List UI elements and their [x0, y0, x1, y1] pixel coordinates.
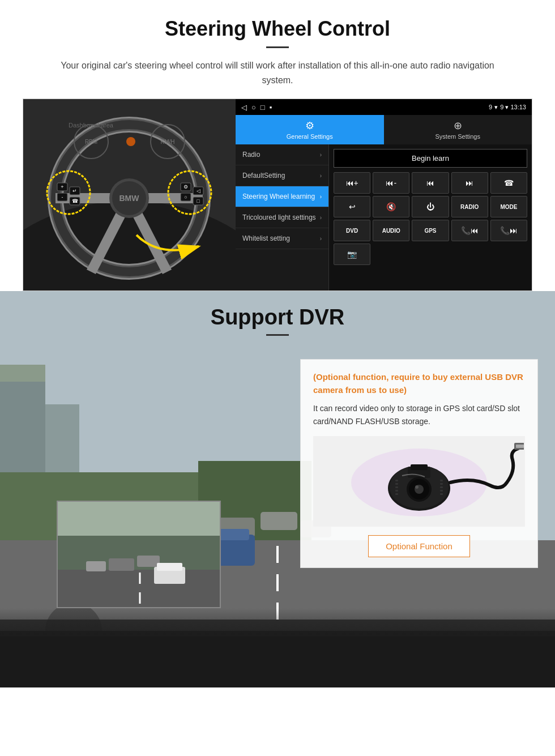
menu-item-default[interactable]: DefaultSetting ›	[236, 165, 328, 186]
svg-text:RPM: RPM	[85, 139, 97, 145]
phone-button[interactable]: ☎	[490, 172, 527, 194]
menu-tricolour-label: Tricoloured light settings	[242, 213, 316, 221]
svg-rect-76	[395, 490, 398, 492]
statusbar-system-icons: 9 ▾ 9 ▾ 13:13	[489, 104, 526, 111]
svg-text:KM/H: KM/H	[161, 139, 175, 145]
dvr-camera-image	[313, 436, 525, 527]
svg-rect-80	[440, 486, 443, 488]
dvr-card-title: (Optional function, require to buy exter…	[313, 371, 525, 396]
menu-item-radio[interactable]: Radio ›	[236, 144, 328, 165]
title-divider	[266, 46, 289, 48]
chevron-icon: ›	[320, 215, 322, 221]
camera-button[interactable]: 📷	[334, 244, 370, 265]
svg-text:○: ○	[184, 194, 187, 200]
svg-rect-61	[86, 561, 106, 571]
menu-default-label: DefaultSetting	[242, 172, 285, 180]
dvr-divider	[266, 334, 289, 336]
svg-rect-75	[395, 486, 398, 488]
settings-menu: Radio › DefaultSetting › Steering Wheel …	[236, 144, 329, 291]
location-icon: 9	[489, 104, 492, 110]
svg-rect-73	[395, 480, 398, 481]
dvr-preview-inner	[58, 502, 220, 607]
dvd-button[interactable]: DVD	[334, 220, 370, 241]
menu-item-steering[interactable]: Steering Wheel learning ›	[236, 186, 328, 207]
steering-wheel-area: BMW + - ↵ ☎ ⚙	[23, 99, 236, 291]
begin-learn-button[interactable]: Begin learn	[334, 149, 527, 168]
dvr-background: Support DVR	[0, 291, 555, 687]
steering-section: Steering Wheel Control Your original car…	[0, 0, 555, 291]
svg-text:⚙: ⚙	[183, 184, 188, 190]
tab-general-settings[interactable]: ⚙ General Settings	[236, 115, 384, 144]
control-grid-row2: ↩ 🔇 ⏻ RADIO MODE	[334, 196, 527, 217]
android-mockup: BMW + - ↵ ☎ ⚙	[23, 99, 532, 291]
menu-steering-label: Steering Wheel learning	[242, 193, 315, 200]
dvr-section: Support DVR	[0, 291, 555, 687]
svg-rect-68	[411, 464, 428, 470]
android-settings-ui: ◁ ○ □ ▪ 9 ▾ 9 ▾ 13:13 ⚙ General Settings	[236, 99, 532, 291]
home-icon[interactable]: ○	[251, 103, 256, 112]
menu-item-tricolour[interactable]: Tricoloured light settings ›	[236, 207, 328, 228]
svg-rect-46	[261, 512, 297, 530]
dvr-title: Support DVR	[0, 305, 555, 330]
phone-next-button[interactable]: 📞⏭	[490, 220, 527, 241]
next-button[interactable]: ⏭	[451, 172, 488, 194]
svg-rect-79	[440, 483, 443, 485]
steering-wheel-image: BMW + - ↵ ☎ ⚙	[23, 99, 236, 291]
back-icon[interactable]: ◁	[241, 103, 247, 112]
menu-item-whitelist[interactable]: Whitelist setting ›	[236, 228, 328, 249]
vol-up-button[interactable]: ⏮+	[334, 172, 370, 194]
dvr-dashboard-area	[0, 608, 555, 687]
menu-icon[interactable]: ▪	[270, 103, 272, 112]
svg-rect-63	[157, 563, 182, 571]
begin-learn-row: Begin learn	[334, 149, 527, 168]
settings-content: Radio › DefaultSetting › Steering Wheel …	[236, 144, 532, 291]
menu-radio-label: Radio	[242, 151, 260, 159]
svg-rect-78	[440, 480, 443, 481]
svg-rect-60	[137, 556, 160, 567]
page-subtitle: Your original car's steering wheel contr…	[45, 58, 510, 87]
tab-general-label: General Settings	[287, 133, 333, 140]
optional-function-button[interactable]: Optional Function	[368, 535, 470, 557]
android-statusbar: ◁ ○ □ ▪ 9 ▾ 9 ▾ 13:13	[236, 99, 532, 115]
statusbar-nav-icons: ◁ ○ □ ▪	[241, 103, 272, 112]
svg-rect-82	[440, 493, 443, 495]
hangup-button[interactable]: ↩	[334, 196, 370, 217]
svg-rect-74	[395, 483, 398, 485]
svg-text:-: -	[62, 194, 63, 200]
svg-rect-59	[109, 558, 134, 571]
svg-point-36	[126, 137, 135, 146]
control-grid-row4: 📷	[334, 244, 527, 265]
svg-text:◁: ◁	[197, 188, 200, 194]
tab-system-label: System Settings	[436, 133, 480, 140]
svg-point-72	[415, 485, 419, 489]
menu-whitelist-label: Whitelist setting	[242, 234, 290, 242]
svg-rect-84	[516, 445, 524, 448]
power-button[interactable]: ⏻	[412, 196, 449, 217]
vol-down-button[interactable]: ⏮-	[373, 172, 409, 194]
mode-button[interactable]: MODE	[490, 196, 527, 217]
dvr-info-card: (Optional function, require to buy exter…	[300, 359, 538, 568]
gps-button[interactable]: GPS	[412, 220, 449, 241]
system-icon: ⊕	[454, 119, 462, 132]
chevron-icon: ›	[320, 152, 322, 158]
svg-text:↵: ↵	[72, 188, 77, 194]
control-grid-row1: ⏮+ ⏮- ⏮ ⏭ ☎	[334, 172, 527, 194]
recents-icon[interactable]: □	[261, 103, 265, 112]
svg-rect-40	[0, 365, 45, 382]
phone-prev-button[interactable]: 📞⏮	[451, 220, 488, 241]
svg-text:BMW: BMW	[119, 194, 140, 203]
chevron-icon: ›	[320, 236, 322, 242]
radio-button[interactable]: RADIO	[451, 196, 488, 217]
control-buttons-area: Begin learn ⏮+ ⏮- ⏮ ⏭ ☎ ↩ 🔇 ⏻	[329, 144, 532, 291]
svg-rect-77	[395, 493, 398, 495]
control-grid-row3: DVD AUDIO GPS 📞⏮ 📞⏭	[334, 220, 527, 241]
mute-button[interactable]: 🔇	[373, 196, 409, 217]
gear-icon: ⚙	[305, 119, 314, 132]
tab-system-settings[interactable]: ⊕ System Settings	[384, 115, 532, 144]
audio-button[interactable]: AUDIO	[373, 220, 409, 241]
prev-button[interactable]: ⏮	[412, 172, 449, 194]
svg-text:□: □	[197, 198, 200, 204]
settings-tabs: ⚙ General Settings ⊕ System Settings	[236, 115, 532, 144]
dvr-preview-image	[57, 501, 221, 608]
page-title: Steering Wheel Control	[23, 17, 532, 41]
